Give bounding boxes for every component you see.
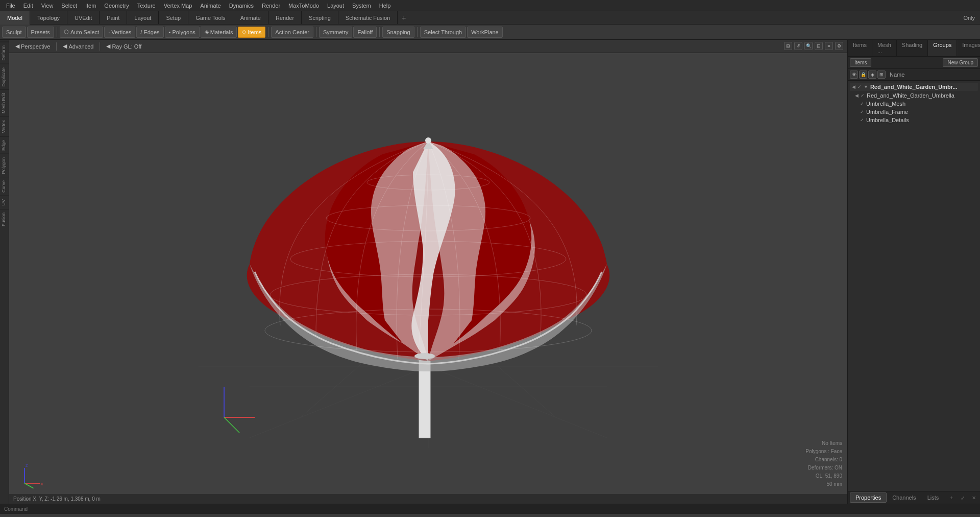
stats-overlay: No Items Polygons : Face Channels: 0 Def… [805,439,842,488]
left-tab-vertex[interactable]: Vertex [0,116,9,136]
items-child-root[interactable]: ◀ ✓ Red_and_White_Garden_Umbrella [850,91,978,100]
tab-schematic[interactable]: Schematic Fusion [338,11,398,25]
viewport-icon-6[interactable]: ⚙ [835,42,843,50]
tab-uvedit[interactable]: UVEdit [67,11,100,25]
rbt-lists[interactable]: Lists [922,492,945,503]
menu-dynamics[interactable]: Dynamics [225,0,258,11]
workplane-button[interactable]: WorkPlane [467,27,503,38]
menu-file[interactable]: File [2,0,19,11]
viewport-icon-2[interactable]: ↺ [794,42,802,50]
sculpt-button[interactable]: Sculpt [2,27,26,38]
tab-render[interactable]: Render [268,11,302,25]
vertices-button[interactable]: · Vertices [104,27,135,38]
rp-tab-images[interactable]: Images [957,40,980,56]
rbt-properties[interactable]: Properties [850,492,887,503]
expand-icon[interactable]: ▼ [864,84,868,89]
tab-setup[interactable]: Setup [159,11,188,25]
tab-scripting[interactable]: Scripting [302,11,338,25]
rbt-close-icon[interactable]: ✕ [970,494,978,502]
rbt-add-icon[interactable]: + [947,494,955,502]
tab-topology[interactable]: Topology [30,11,67,25]
items-ctrl-4[interactable]: ⊞ [877,70,886,79]
falloff-button[interactable]: Falloff [353,27,377,38]
tab-animate[interactable]: Animate [233,11,268,25]
select-through-button[interactable]: Select Through [420,27,466,38]
items-ctrl-eye[interactable]: 👁 [850,70,858,79]
materials-icon: ◈ [205,29,209,35]
right-panel: Items Mesh ... Shading Groups Images + I… [847,40,980,504]
left-tab-deform[interactable]: Deform [0,42,9,64]
menu-help[interactable]: Help [375,0,395,11]
svg-line-9 [224,417,239,433]
left-tab-meshedit[interactable]: Mesh Edit [0,89,9,116]
child-frame-icon: ✓ [860,109,864,114]
rbt-channels[interactable]: Channels [887,492,921,503]
menu-edit[interactable]: Edit [19,0,37,11]
ray-gl-button[interactable]: ◀ Ray GL: Off [102,41,145,52]
command-input[interactable] [4,506,976,512]
menu-select[interactable]: Select [57,0,81,11]
tab-model[interactable]: Model [0,11,30,25]
snapping-button[interactable]: Snapping [382,27,414,38]
materials-button[interactable]: ◈ Materials [201,27,237,38]
rp-tab-mesh[interactable]: Mesh ... [872,40,897,56]
rp-tab-shading[interactable]: Shading [897,40,928,56]
action-center-button[interactable]: Action Center [271,27,313,38]
items-child-frame[interactable]: ✓ Umbrella_Frame [850,108,978,116]
viewport[interactable]: ◀ Perspective ◀ Advanced ◀ Ray GL: Off [9,40,847,504]
items-ctrl-lock[interactable]: 🔒 [859,70,867,79]
menu-maxtomodo[interactable]: MaxToModo [284,0,323,11]
child-root-lock: ✓ [861,93,865,98]
new-group-button[interactable]: New Group [943,58,978,67]
menu-system[interactable]: System [348,0,375,11]
tab-add[interactable]: + [398,11,410,25]
perspective-button[interactable]: ◀ Perspective [11,41,54,52]
ray-gl-icon: ◀ [106,43,110,50]
main-area: Deform Duplicate Mesh Edit Vertex Edge P… [0,40,980,504]
left-tab-polygon[interactable]: Polygon [0,154,9,177]
items-child-details[interactable]: ✓ Umbrella_Details [850,116,978,124]
rp-tab-items[interactable]: Items [848,40,872,56]
right-bottom-tabs: Properties Channels Lists + ⤢ ✕ [848,491,980,504]
viewport-icon-1[interactable]: ⊞ [784,42,792,50]
left-tab-curve[interactable]: Curve [0,177,9,196]
left-tab-edge[interactable]: Edge [0,136,9,154]
advanced-button[interactable]: ◀ Advanced [59,41,97,52]
items-child-mesh[interactable]: ✓ Umbrella_Mesh [850,100,978,108]
svg-text:Z: Z [26,464,28,467]
menu-vertexmap[interactable]: Vertex Map [160,0,197,11]
left-tab-duplicate[interactable]: Duplicate [0,64,9,90]
edges-button[interactable]: / Edges [136,27,163,38]
only-label: Only [958,11,980,25]
viewport-icon-4[interactable]: ⊟ [815,42,823,50]
items-group-header[interactable]: ◀ ✓ ▼ Red_and_White_Garden_Umbr... [850,83,978,91]
menu-layout[interactable]: Layout [323,0,348,11]
tab-gametools[interactable]: Game Tools [188,11,233,25]
vertices-icon: · [108,29,110,35]
svg-line-22 [24,483,34,488]
polygons-button[interactable]: ▪ Polygons [165,27,200,38]
rbt-popout-icon[interactable]: ⤢ [959,494,967,502]
menu-geometry[interactable]: Geometry [100,0,133,11]
menu-render[interactable]: Render [258,0,284,11]
rp-tab-groups[interactable]: Groups [928,40,957,56]
viewport-icon-5[interactable]: ≡ [825,42,833,50]
menu-animate[interactable]: Animate [196,0,225,11]
left-tab-fusion[interactable]: Fusion [0,209,9,229]
menu-view[interactable]: View [37,0,58,11]
tab-layout[interactable]: Layout [127,11,159,25]
symmetry-button[interactable]: Symmetry [319,27,353,38]
viewport-icon-3[interactable]: 🔍 [804,42,813,50]
items-ctrl-select[interactable]: ◈ [868,70,876,79]
presets-button[interactable]: Presets [27,27,54,38]
auto-select-button[interactable]: ⬡ Auto Select [60,27,103,38]
child-root-eye: ◀ [855,93,859,98]
menu-item[interactable]: Item [81,0,100,11]
items-button[interactable]: ◇ Items [238,27,265,38]
menu-texture[interactable]: Texture [133,0,160,11]
left-tab-uv[interactable]: UV [0,196,9,209]
tab-paint[interactable]: Paint [100,11,127,25]
items-label-btn[interactable]: Items [850,58,871,67]
toolbar-sep-3 [316,27,316,37]
group-root-name: Red_and_White_Garden_Umbr... [870,84,958,90]
